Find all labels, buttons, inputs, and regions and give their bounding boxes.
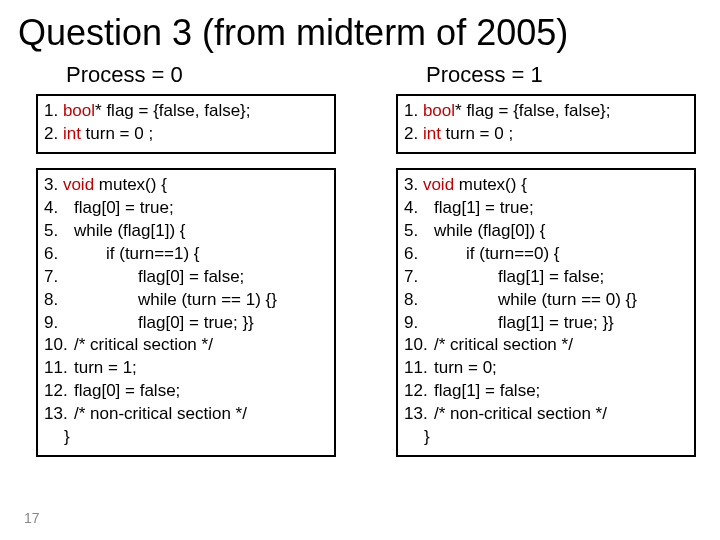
- code-text: mutex() {: [454, 175, 527, 194]
- line-number: 13.: [404, 403, 434, 426]
- line-number: 2.: [404, 124, 423, 143]
- code-line: 5.while (flag[0]) {: [404, 220, 688, 243]
- line-number: 5.: [44, 220, 74, 243]
- line-number: 10.: [404, 334, 434, 357]
- line-number: 9.: [44, 312, 138, 335]
- code-text: /* critical section */: [434, 335, 573, 354]
- keyword-bool: bool: [423, 101, 455, 120]
- code-line: }: [404, 426, 688, 449]
- code-text: turn = 1;: [74, 358, 137, 377]
- keyword-void: void: [423, 175, 454, 194]
- line-number: 1.: [44, 101, 63, 120]
- code-text: /* non-critical section */: [434, 404, 607, 423]
- code-text: if (turn==0) {: [466, 244, 560, 263]
- code-line: 11.turn = 0;: [404, 357, 688, 380]
- code-line: 6.if (turn==1) {: [44, 243, 328, 266]
- line-number: 4.: [404, 197, 434, 220]
- process-1-body: 3. void mutex() { 4.flag[1] = true; 5.wh…: [396, 168, 696, 457]
- slide-title: Question 3 (from midterm of 2005): [0, 0, 720, 60]
- code-text: flag[1] = true; }}: [498, 313, 614, 332]
- code-line: 2. int turn = 0 ;: [44, 123, 328, 146]
- process-0-body: 3. void mutex() { 4.flag[0] = true; 5.wh…: [36, 168, 336, 457]
- code-text: flag[0] = true; }}: [138, 313, 254, 332]
- code-line: 1. bool* flag = {false, false};: [404, 100, 688, 123]
- process-1-header: Process = 1: [426, 62, 696, 88]
- code-line: 11.turn = 1;: [44, 357, 328, 380]
- code-line: 3. void mutex() {: [404, 174, 688, 197]
- keyword-bool: bool: [63, 101, 95, 120]
- code-line: 8.while (turn == 1) {}: [44, 289, 328, 312]
- code-text: flag[1] = false;: [434, 381, 540, 400]
- line-number: 8.: [44, 289, 138, 312]
- code-text: /* critical section */: [74, 335, 213, 354]
- code-text: flag[0] = false;: [74, 381, 180, 400]
- line-number: 9.: [404, 312, 498, 335]
- code-line: }: [44, 426, 328, 449]
- code-line: 10./* critical section */: [404, 334, 688, 357]
- line-number: 11.: [44, 357, 74, 380]
- code-text: * flag = {false, false};: [455, 101, 610, 120]
- code-text: flag[1] = true;: [434, 198, 534, 217]
- code-text: flag[0] = true;: [74, 198, 174, 217]
- line-number: 8.: [404, 289, 498, 312]
- code-text: flag[1] = false;: [498, 267, 604, 286]
- close-brace: }: [424, 427, 430, 446]
- code-line: 6.if (turn==0) {: [404, 243, 688, 266]
- code-line: 13./* non-critical section */: [404, 403, 688, 426]
- line-number: 7.: [44, 266, 138, 289]
- code-line: 7.flag[0] = false;: [44, 266, 328, 289]
- code-line: 5.while (flag[1]) {: [44, 220, 328, 243]
- code-line: 12.flag[1] = false;: [404, 380, 688, 403]
- code-line: 8.while (turn == 0) {}: [404, 289, 688, 312]
- code-line: 4.flag[1] = true;: [404, 197, 688, 220]
- code-text: mutex() {: [94, 175, 167, 194]
- keyword-int: int: [423, 124, 441, 143]
- line-number: 12.: [44, 380, 74, 403]
- code-line: 9.flag[0] = true; }}: [44, 312, 328, 335]
- code-text: turn = 0 ;: [81, 124, 153, 143]
- code-line: 2. int turn = 0 ;: [404, 123, 688, 146]
- page-number: 17: [24, 510, 40, 526]
- line-number: 3.: [44, 175, 63, 194]
- code-text: turn = 0;: [434, 358, 497, 377]
- code-line: 12.flag[0] = false;: [44, 380, 328, 403]
- process-1-column: Process = 1 1. bool* flag = {false, fals…: [396, 60, 696, 457]
- line-number: 13.: [44, 403, 74, 426]
- close-brace: }: [64, 427, 70, 446]
- code-line: 1. bool* flag = {false, false};: [44, 100, 328, 123]
- line-number: 6.: [44, 243, 106, 266]
- keyword-void: void: [63, 175, 94, 194]
- line-number: 12.: [404, 380, 434, 403]
- line-number: 10.: [44, 334, 74, 357]
- process-0-header: Process = 0: [66, 62, 336, 88]
- code-text: turn = 0 ;: [441, 124, 513, 143]
- process-1-declarations: 1. bool* flag = {false, false}; 2. int t…: [396, 94, 696, 154]
- code-line: 4.flag[0] = true;: [44, 197, 328, 220]
- code-line: 3. void mutex() {: [44, 174, 328, 197]
- line-number: 5.: [404, 220, 434, 243]
- code-text: while (flag[1]) {: [74, 221, 186, 240]
- line-number: 2.: [44, 124, 63, 143]
- code-line: 13./* non-critical section */: [44, 403, 328, 426]
- code-line: 10./* critical section */: [44, 334, 328, 357]
- process-0-declarations: 1. bool* flag = {false, false}; 2. int t…: [36, 94, 336, 154]
- two-column-layout: Process = 0 1. bool* flag = {false, fals…: [0, 60, 720, 457]
- code-line: 7.flag[1] = false;: [404, 266, 688, 289]
- line-number: 4.: [44, 197, 74, 220]
- code-text: while (turn == 1) {}: [138, 290, 277, 309]
- line-number: 7.: [404, 266, 498, 289]
- keyword-int: int: [63, 124, 81, 143]
- line-number: 6.: [404, 243, 466, 266]
- process-0-column: Process = 0 1. bool* flag = {false, fals…: [36, 60, 336, 457]
- code-text: while (turn == 0) {}: [498, 290, 637, 309]
- code-line: 9.flag[1] = true; }}: [404, 312, 688, 335]
- code-text: /* non-critical section */: [74, 404, 247, 423]
- code-text: if (turn==1) {: [106, 244, 200, 263]
- code-text: while (flag[0]) {: [434, 221, 546, 240]
- line-number: 1.: [404, 101, 423, 120]
- code-text: flag[0] = false;: [138, 267, 244, 286]
- line-number: 11.: [404, 357, 434, 380]
- line-number: 3.: [404, 175, 423, 194]
- code-text: * flag = {false, false};: [95, 101, 250, 120]
